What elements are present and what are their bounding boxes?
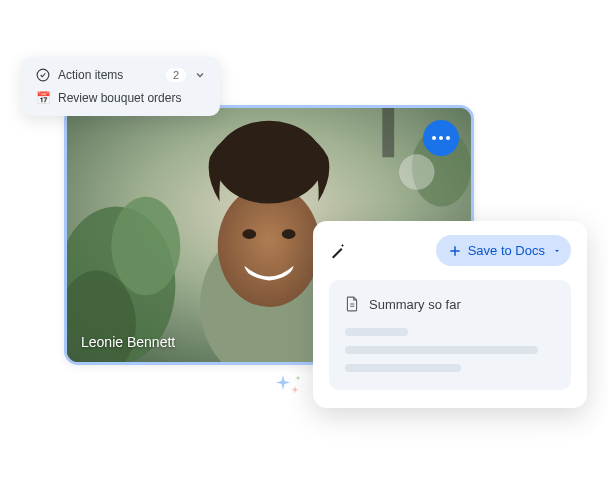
- svg-point-13: [399, 154, 434, 189]
- placeholder-line: [345, 328, 408, 336]
- document-icon: [345, 296, 359, 312]
- svg-rect-5: [382, 108, 394, 157]
- participant-name: Leonie Bennett: [81, 334, 175, 350]
- svg-point-9: [227, 128, 262, 167]
- save-to-docs-button[interactable]: Save to Docs: [436, 235, 571, 266]
- placeholder-line: [345, 346, 538, 354]
- chevron-down-icon: [194, 69, 206, 81]
- check-circle-icon: [36, 68, 50, 82]
- svg-point-2: [111, 197, 180, 296]
- summary-title-row: Summary so far: [345, 296, 555, 312]
- svg-point-12: [282, 229, 296, 239]
- action-items-count: 2: [166, 68, 186, 82]
- svg-point-8: [215, 121, 323, 204]
- svg-point-10: [276, 128, 311, 167]
- summary-header: Save to Docs: [329, 235, 571, 266]
- more-options-button[interactable]: [423, 120, 459, 156]
- action-items-header[interactable]: Action items 2: [36, 68, 206, 82]
- action-item-label: Review bouquet orders: [58, 91, 181, 105]
- caret-down-icon: [553, 247, 561, 255]
- svg-point-15: [297, 377, 300, 380]
- more-icon: [432, 136, 450, 140]
- svg-point-11: [242, 229, 256, 239]
- action-items-panel: Action items 2 📅 Review bouquet orders: [22, 57, 220, 116]
- save-to-docs-label: Save to Docs: [468, 243, 545, 258]
- plus-icon: [448, 244, 462, 258]
- svg-point-14: [37, 69, 49, 81]
- summary-body: Summary so far: [329, 280, 571, 390]
- action-item-row[interactable]: 📅 Review bouquet orders: [36, 91, 206, 105]
- summary-title: Summary so far: [369, 297, 461, 312]
- magic-wand-icon: [329, 242, 347, 260]
- summary-panel: Save to Docs Summary so far: [313, 221, 587, 408]
- action-items-title: Action items: [58, 68, 158, 82]
- sparkle-icon: [273, 370, 303, 400]
- calendar-icon: 📅: [36, 91, 50, 105]
- placeholder-line: [345, 364, 461, 372]
